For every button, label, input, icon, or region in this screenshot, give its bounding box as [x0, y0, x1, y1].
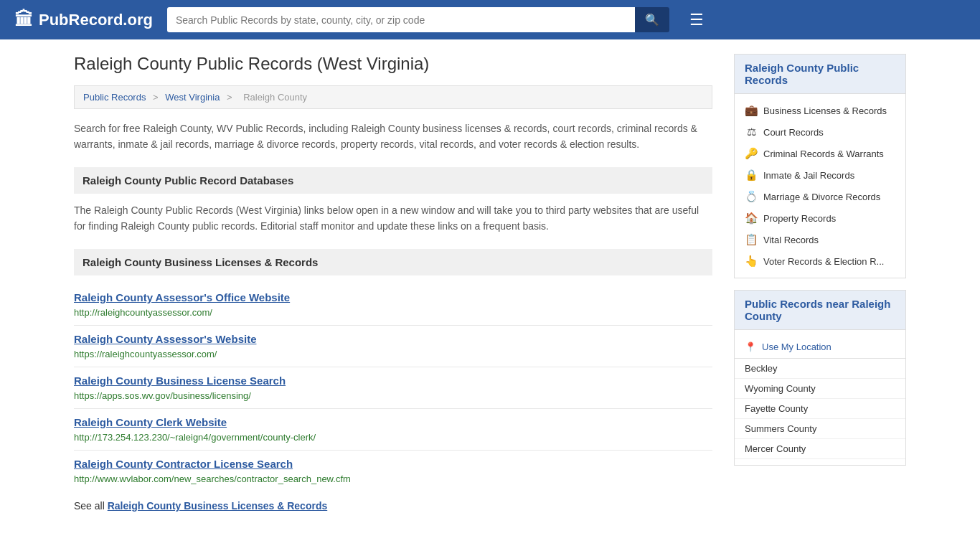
- breadcrumb-sep-2: >: [227, 92, 235, 103]
- sidebar-public-records-header: Raleigh County Public Records: [735, 55, 905, 94]
- breadcrumb-sep-1: >: [153, 92, 161, 103]
- sidebar-link-criminal[interactable]: 🔑 Criminal Records & Warrants: [735, 143, 905, 164]
- nearby-link-4[interactable]: Mercer County: [735, 439, 905, 459]
- records-list: Raleigh County Assessor's Office Website…: [74, 284, 712, 491]
- sidebar-link-label-4: Marriage & Divorce Records: [763, 192, 880, 202]
- search-button[interactable]: 🔍: [635, 7, 669, 32]
- see-all-text: See all Raleigh County Business Licenses…: [74, 500, 712, 512]
- sidebar-link-label-1: Court Records: [763, 127, 824, 138]
- record-entry: Raleigh County Assessor's Website https:…: [74, 326, 712, 367]
- sidebar-link-property[interactable]: 🏠 Property Records: [735, 207, 905, 229]
- sidebar-link-label-2: Criminal Records & Warrants: [763, 149, 884, 159]
- record-entry: Raleigh County Clerk Website http://173.…: [74, 409, 712, 451]
- building-icon: 🏛: [14, 9, 33, 31]
- business-section-header: Raleigh County Business Licenses & Recor…: [74, 249, 712, 276]
- main-container: Raleigh County Public Records (West Virg…: [60, 39, 920, 526]
- sidebar-link-business[interactable]: 💼 Business Licenses & Records: [735, 100, 905, 121]
- finger-icon: 👆: [745, 255, 758, 268]
- logo-text: PubRecord.org: [39, 11, 153, 29]
- key-icon: 🔑: [745, 147, 758, 160]
- page-title: Raleigh County Public Records (West Virg…: [74, 54, 712, 74]
- see-all-link[interactable]: Raleigh County Business Licenses & Recor…: [108, 500, 328, 512]
- sidebar-link-voter[interactable]: 👆 Voter Records & Election R...: [735, 250, 905, 272]
- record-url-4[interactable]: http://www.wvlabor.com/new_searches/cont…: [74, 474, 351, 484]
- record-entry: Raleigh County Contractor License Search…: [74, 451, 712, 491]
- lock-icon: 🔒: [745, 169, 758, 182]
- ring-icon: 💍: [745, 190, 758, 203]
- menu-icon: ☰: [689, 11, 704, 29]
- nearby-link-2[interactable]: Fayette County: [735, 399, 905, 419]
- use-location-button[interactable]: 📍 Use My Location: [735, 336, 905, 359]
- record-url-3[interactable]: http://173.254.123.230/~raleign4/governm…: [74, 432, 316, 443]
- sidebar-near-box: Public Records near Raleigh County 📍 Use…: [734, 290, 906, 466]
- sidebar-near-header: Public Records near Raleigh County: [735, 291, 905, 330]
- menu-button[interactable]: ☰: [689, 11, 704, 29]
- record-title-1[interactable]: Raleigh County Assessor's Website: [74, 333, 712, 345]
- sidebar-link-label-5: Property Records: [763, 213, 836, 224]
- nearby-link-1[interactable]: Wyoming County: [735, 379, 905, 399]
- sidebar-link-label-0: Business Licenses & Records: [763, 105, 887, 116]
- search-input[interactable]: [167, 7, 635, 32]
- search-bar: 🔍: [167, 7, 669, 32]
- record-title-2[interactable]: Raleigh County Business License Search: [74, 375, 712, 387]
- use-location-label: Use My Location: [762, 342, 831, 352]
- record-title-4[interactable]: Raleigh County Contractor License Search: [74, 458, 712, 470]
- page-description: Search for free Raleigh County, WV Publi…: [74, 121, 712, 153]
- record-entry: Raleigh County Business License Search h…: [74, 367, 712, 409]
- record-title-0[interactable]: Raleigh County Assessor's Office Website: [74, 291, 712, 303]
- sidebar-public-records-box: Raleigh County Public Records 💼 Business…: [734, 54, 906, 278]
- clipboard-icon: 📋: [745, 233, 758, 246]
- sidebar-link-inmate[interactable]: 🔒 Inmate & Jail Records: [735, 164, 905, 186]
- breadcrumb-raleigh: Raleigh County: [243, 92, 307, 103]
- record-entry: Raleigh County Assessor's Office Website…: [74, 284, 712, 326]
- nearby-link-0[interactable]: Beckley: [735, 359, 905, 379]
- breadcrumb: Public Records > West Virginia > Raleigh…: [74, 85, 712, 109]
- content-area: Raleigh County Public Records (West Virg…: [74, 54, 712, 512]
- record-url-2[interactable]: https://apps.sos.wv.gov/business/licensi…: [74, 390, 251, 401]
- location-icon: 📍: [745, 342, 756, 352]
- record-url-0[interactable]: http://raleighcountyassessor.com/: [74, 307, 212, 318]
- briefcase-icon: 💼: [745, 104, 758, 117]
- search-icon: 🔍: [645, 14, 659, 26]
- sidebar-link-vital[interactable]: 📋 Vital Records: [735, 229, 905, 250]
- record-url-1[interactable]: https://raleighcountyassessor.com/: [74, 349, 217, 359]
- site-logo[interactable]: 🏛 PubRecord.org: [14, 9, 153, 31]
- sidebar-link-label-7: Voter Records & Election R...: [763, 256, 884, 267]
- sidebar-near-body: 📍 Use My Location Beckley Wyoming County…: [735, 330, 905, 465]
- databases-section-header: Raleigh County Public Record Databases: [74, 167, 712, 194]
- sidebar-link-label-6: Vital Records: [763, 235, 819, 245]
- house-icon: 🏠: [745, 212, 758, 225]
- sidebar-links-list: 💼 Business Licenses & Records ⚖ Court Re…: [735, 94, 905, 278]
- databases-description: The Raleigh County Public Records (West …: [74, 202, 712, 235]
- sidebar-link-court[interactable]: ⚖ Court Records: [735, 121, 905, 143]
- sidebar: Raleigh County Public Records 💼 Business…: [734, 54, 906, 512]
- sidebar-link-label-3: Inmate & Jail Records: [763, 170, 854, 181]
- scales-icon: ⚖: [745, 126, 758, 138]
- nearby-link-3[interactable]: Summers County: [735, 419, 905, 439]
- record-title-3[interactable]: Raleigh County Clerk Website: [74, 416, 712, 428]
- breadcrumb-public-records[interactable]: Public Records: [83, 92, 146, 103]
- breadcrumb-west-virginia[interactable]: West Virginia: [165, 92, 220, 103]
- sidebar-link-marriage[interactable]: 💍 Marriage & Divorce Records: [735, 186, 905, 207]
- site-header: 🏛 PubRecord.org 🔍 ☰: [0, 0, 980, 39]
